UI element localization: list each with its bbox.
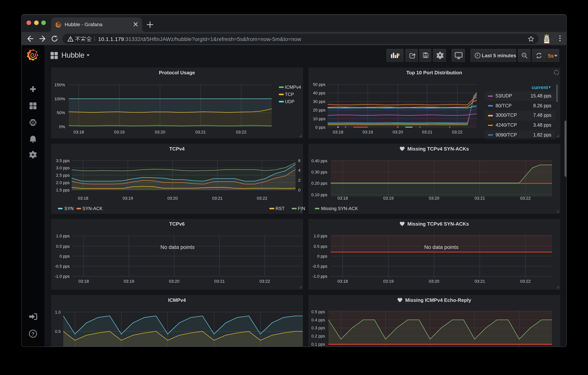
svg-text:0.1 pps: 0.1 pps xyxy=(311,342,325,346)
svg-text:03:18: 03:18 xyxy=(337,196,348,201)
svg-text:0.10 pps: 0.10 pps xyxy=(311,192,327,197)
svg-text:03:19: 03:19 xyxy=(124,279,134,284)
svg-text:03:18: 03:18 xyxy=(333,130,343,134)
svg-text:50 pps: 50 pps xyxy=(313,82,325,87)
svg-text:0.5 pps: 0.5 pps xyxy=(56,244,70,249)
svg-text:03:20: 03:20 xyxy=(169,279,179,284)
svg-text:50%: 50% xyxy=(57,110,65,115)
svg-text:03:19: 03:19 xyxy=(383,279,393,284)
svg-text:03:22: 03:22 xyxy=(520,196,530,201)
svg-text:-1.0 pps: -1.0 pps xyxy=(54,274,70,279)
svg-text:03:18: 03:18 xyxy=(78,279,89,284)
svg-text:03:22: 03:22 xyxy=(520,279,530,284)
svg-text:0.5 pps: 0.5 pps xyxy=(311,309,325,314)
svg-text:2.5 pps: 2.5 pps xyxy=(56,173,70,178)
svg-text:3.5 pps: 3.5 pps xyxy=(56,158,70,163)
svg-text:150%: 150% xyxy=(54,82,65,87)
svg-text:0.4 pps: 0.4 pps xyxy=(311,317,325,322)
svg-text:0.5: 0.5 xyxy=(55,329,61,334)
svg-text:1.0 pps: 1.0 pps xyxy=(314,234,327,239)
svg-text:0: 0 xyxy=(298,188,300,192)
svg-text:0 pps: 0 pps xyxy=(315,125,325,130)
svg-text:0.2 pps: 0.2 pps xyxy=(311,333,325,338)
svg-text:03:19: 03:19 xyxy=(122,196,133,201)
svg-text:03:20: 03:20 xyxy=(429,196,439,201)
svg-text:-0.5 pps: -0.5 pps xyxy=(312,264,327,269)
svg-text:03:21: 03:21 xyxy=(474,196,485,201)
svg-text:1.5 pps: 1.5 pps xyxy=(56,188,70,192)
svg-text:4: 4 xyxy=(298,168,300,173)
svg-text:30 pps: 30 pps xyxy=(313,99,325,104)
svg-text:03:22: 03:22 xyxy=(257,196,267,201)
svg-text:2: 2 xyxy=(298,178,300,183)
svg-text:03:22: 03:22 xyxy=(452,130,462,134)
svg-text:0.20 pps: 0.20 pps xyxy=(311,181,327,186)
svg-text:20 pps: 20 pps xyxy=(313,108,325,112)
svg-text:03:18: 03:18 xyxy=(73,130,84,134)
svg-text:6: 6 xyxy=(298,158,300,163)
svg-text:03:21: 03:21 xyxy=(212,196,222,201)
svg-text:03:21: 03:21 xyxy=(474,279,485,284)
svg-text:0.5 pps: 0.5 pps xyxy=(314,244,327,249)
svg-text:03:21: 03:21 xyxy=(422,130,432,134)
svg-text:0.40 pps: 0.40 pps xyxy=(311,158,327,163)
svg-text:03:20: 03:20 xyxy=(155,130,165,134)
svg-text:0 pps: 0 pps xyxy=(59,254,70,259)
svg-text:03:21: 03:21 xyxy=(214,279,224,284)
svg-text:No data points: No data points xyxy=(424,244,458,250)
svg-text:03:20: 03:20 xyxy=(167,196,178,201)
svg-text:1.0 pps: 1.0 pps xyxy=(56,234,70,239)
svg-text:03:20: 03:20 xyxy=(429,279,439,284)
svg-text:03:22: 03:22 xyxy=(259,279,270,284)
svg-text:0%: 0% xyxy=(59,124,65,129)
svg-text:2.0 pps: 2.0 pps xyxy=(56,180,70,185)
svg-text:03:19: 03:19 xyxy=(114,130,124,134)
svg-text:0.30 pps: 0.30 pps xyxy=(311,170,327,174)
svg-text:03:19: 03:19 xyxy=(362,130,373,134)
svg-text:No data points: No data points xyxy=(160,244,195,250)
svg-text:?: ? xyxy=(32,331,34,337)
svg-text:03:20: 03:20 xyxy=(392,130,403,134)
svg-text:-1.0 pps: -1.0 pps xyxy=(312,274,327,279)
svg-text:0.3 pps: 0.3 pps xyxy=(311,325,325,330)
svg-text:03:18: 03:18 xyxy=(337,279,348,284)
svg-text:03:19: 03:19 xyxy=(383,196,393,201)
svg-text:03:22: 03:22 xyxy=(236,130,246,134)
svg-text:3.0 pps: 3.0 pps xyxy=(56,165,70,170)
svg-text:1.0: 1.0 xyxy=(55,309,61,314)
svg-text:03:21: 03:21 xyxy=(195,130,206,134)
svg-text:100%: 100% xyxy=(54,96,65,101)
svg-text:-0.5 pps: -0.5 pps xyxy=(54,264,70,269)
svg-text:40 pps: 40 pps xyxy=(313,91,325,95)
svg-text:10 pps: 10 pps xyxy=(313,116,325,121)
svg-text:03:18: 03:18 xyxy=(78,196,88,201)
svg-text:0 pps: 0 pps xyxy=(317,254,327,259)
